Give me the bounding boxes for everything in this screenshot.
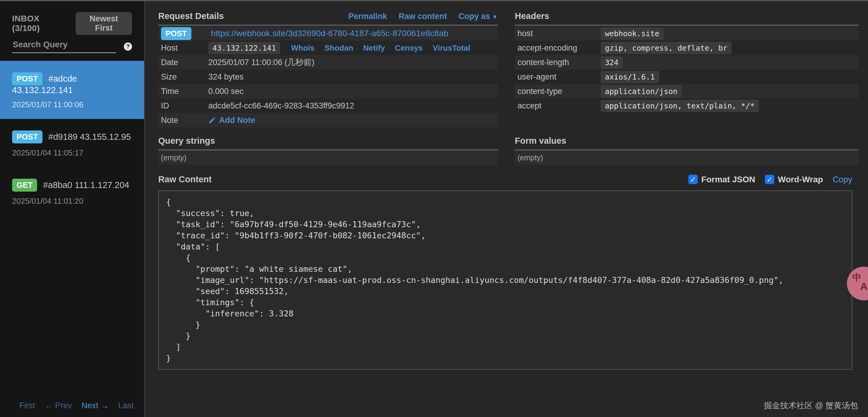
netify-link[interactable]: Netify [363, 43, 385, 53]
header-row: user-agent axios/1.6.1 [515, 70, 859, 84]
form-values-empty: (empty) [515, 150, 859, 165]
request-date-value: 2025/01/07 11:00:06 (几秒前) [208, 57, 314, 68]
request-date: 2025/01/07 11:00:06 [12, 100, 133, 109]
checkmark-icon: ✓ [688, 175, 698, 184]
header-value: application/json, text/plain, */* [601, 100, 759, 112]
request-title: #a8ba0 111.1.127.204 [43, 180, 129, 190]
censys-link[interactable]: Censys [395, 43, 423, 53]
word-wrap-checkbox[interactable]: ✓ Word-Wrap [765, 175, 823, 184]
request-size-value: 324 bytes [208, 72, 244, 82]
copy-raw-content-link[interactable]: Copy [833, 175, 852, 184]
request-list-item[interactable]: POST #adcde 43.132.122.141 2025/01/07 11… [0, 61, 144, 119]
sidebar: INBOX (3/100) Newest First ? POST #adcde… [0, 1, 145, 417]
query-strings-title: Query strings [158, 136, 215, 146]
form-values-title: Form values [515, 136, 566, 146]
header-value: 324 [601, 56, 623, 69]
query-strings-section: Query strings (empty) [158, 136, 498, 165]
request-list: POST #adcde 43.132.122.141 2025/01/07 11… [0, 61, 144, 216]
raw-content-section: Raw Content ✓ Format JSON ✓ Word-Wrap Co… [158, 174, 859, 370]
method-badge: GET [12, 179, 37, 192]
headers-title: Headers [515, 11, 549, 21]
header-row: accept-encoding gzip, compress, deflate,… [515, 41, 859, 55]
header-value: application/json [601, 85, 682, 98]
method-badge: POST [161, 27, 191, 40]
request-details-title: Request Details [158, 11, 224, 21]
request-title: #d9189 43.155.12.95 [48, 132, 131, 141]
request-date: 2025/01/04 11:01:20 [12, 196, 133, 206]
sort-order-button[interactable]: Newest First [76, 12, 132, 35]
raw-json-body: { "success": true, "task_id": "6a97bf49-… [166, 196, 844, 364]
search-help-icon[interactable]: ? [124, 42, 132, 51]
method-badge: POST [12, 130, 42, 143]
pencil-icon [208, 116, 216, 124]
request-id-value: adcde5cf-cc66-469c-9283-4353ff9c9912 [208, 101, 354, 110]
header-value: webhook.site [601, 27, 664, 40]
header-row: content-length 324 [515, 55, 859, 70]
format-json-checkbox[interactable]: ✓ Format JSON [688, 175, 755, 184]
table-row-note: Note Add Note [158, 113, 498, 127]
host-ip-value: 43.132.122.141 [208, 42, 280, 54]
table-row-id: ID adcde5cf-cc66-469c-9283-4353ff9c9912 [158, 99, 498, 113]
translate-icon: A [860, 281, 868, 292]
add-note-button[interactable]: Add Note [208, 116, 255, 125]
webhook-app: INBOX (3/100) Newest First ? POST #adcde… [0, 1, 868, 417]
query-strings-empty: (empty) [158, 150, 498, 165]
header-row: host webhook.site [515, 26, 859, 41]
table-row-size: Size 324 bytes [158, 70, 498, 84]
header-row: content-type application/json [515, 84, 859, 99]
table-row-date: Date 2025/01/07 11:00:06 (几秒前) [158, 55, 498, 70]
whois-link[interactable]: Whois [291, 43, 315, 53]
request-url-link[interactable]: https://webhook.site/3d32690d-6780-4187-… [211, 29, 448, 38]
pagination-prev-link[interactable]: ← Prev [44, 401, 72, 410]
pagination: First ← Prev Next → Last [0, 401, 144, 410]
search-input[interactable] [12, 40, 116, 53]
table-row-time: Time 0.000 sec [158, 84, 498, 99]
request-list-item[interactable]: POST #d9189 43.155.12.95 2025/01/04 11:0… [0, 119, 144, 167]
main-content: Request Details Permalink Raw content Co… [145, 1, 868, 417]
raw-content-link[interactable]: Raw content [399, 12, 447, 21]
header-value: gzip, compress, deflate, br [601, 42, 732, 54]
raw-content-code-block[interactable]: { "success": true, "task_id": "6a97bf49-… [158, 190, 852, 370]
request-date: 2025/01/04 11:05:17 [12, 148, 133, 158]
header-value: axios/1.6.1 [601, 71, 659, 83]
caret-down-icon: ▼ [492, 13, 498, 20]
table-row-url: POST https://webhook.site/3d32690d-6780-… [158, 26, 498, 41]
virustotal-link[interactable]: VirusTotal [433, 43, 470, 53]
sidebar-header: INBOX (3/100) Newest First ? [0, 1, 144, 53]
permalink-link[interactable]: Permalink [348, 12, 387, 21]
header-row: accept application/json, text/plain, */* [515, 99, 859, 113]
pagination-next-link[interactable]: Next → [82, 401, 109, 410]
headers-table: host webhook.site accept-encoding gzip, … [515, 26, 859, 113]
request-details-section: Request Details Permalink Raw content Co… [158, 11, 498, 127]
form-values-section: Form values (empty) [515, 136, 859, 165]
raw-content-title: Raw Content [158, 174, 212, 184]
headers-section: Headers host webhook.site accept-encodin… [515, 11, 859, 127]
footer-credit: 掘金技术社区 @ 蟹黄汤包 [764, 400, 858, 411]
table-row-host: Host 43.132.122.141 Whois Shodan Netify … [158, 41, 498, 55]
method-badge: POST [12, 72, 42, 85]
pagination-first-link[interactable]: First [19, 401, 35, 410]
request-list-item[interactable]: GET #a8ba0 111.1.127.204 2025/01/04 11:0… [0, 167, 144, 216]
pagination-last-link[interactable]: Last [119, 401, 134, 410]
checkmark-icon: ✓ [765, 175, 774, 184]
shodan-link[interactable]: Shodan [324, 43, 353, 53]
copy-as-dropdown[interactable]: Copy as▼ [458, 12, 498, 21]
inbox-count-label: INBOX (3/100) [12, 14, 68, 33]
request-details-table: POST https://webhook.site/3d32690d-6780-… [158, 26, 498, 127]
request-time-value: 0.000 sec [208, 87, 244, 96]
